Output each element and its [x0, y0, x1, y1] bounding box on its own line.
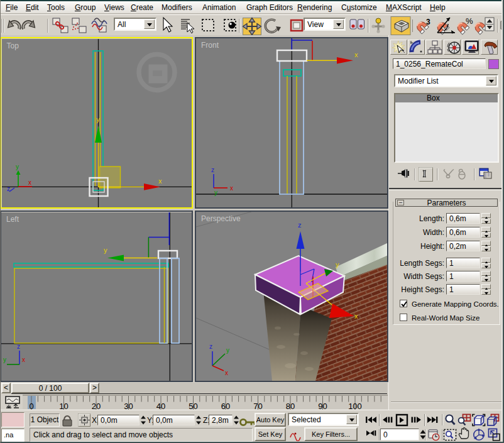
- svg-text:z: z: [209, 343, 212, 350]
- svg-text:%: %: [466, 16, 473, 26]
- svg-text:3: 3: [426, 18, 430, 26]
- svg-text:30: 30: [124, 402, 133, 410]
- svg-text:z: z: [211, 167, 214, 173]
- svg-text:z: z: [17, 343, 20, 350]
- svg-text:y: y: [104, 246, 107, 254]
- svg-text:y: y: [336, 261, 339, 268]
- svg-text:x: x: [158, 177, 162, 185]
- svg-text:50: 50: [189, 402, 197, 410]
- svg-text:70: 70: [253, 402, 262, 410]
- svg-text:y: y: [96, 116, 100, 123]
- svg-text:x: x: [354, 51, 358, 58]
- svg-text:y: y: [16, 163, 19, 170]
- svg-text:100: 100: [348, 402, 362, 410]
- svg-text:x: x: [28, 179, 31, 186]
- svg-text:x: x: [230, 185, 233, 192]
- svg-text:x: x: [22, 356, 25, 363]
- svg-text:20: 20: [92, 402, 101, 410]
- svg-text:40: 40: [156, 402, 165, 410]
- svg-text:x: x: [354, 312, 358, 320]
- svg-text:z: z: [298, 221, 302, 229]
- svg-text:60: 60: [221, 402, 230, 410]
- svg-text:0: 0: [29, 402, 33, 410]
- svg-text:80: 80: [286, 402, 295, 410]
- svg-text:90: 90: [318, 402, 327, 410]
- svg-text:y: y: [214, 189, 217, 196]
- svg-text:10: 10: [59, 402, 68, 410]
- svg-text:y: y: [226, 347, 229, 354]
- svg-text:y: y: [3, 356, 6, 363]
- svg-text:x: x: [225, 369, 228, 376]
